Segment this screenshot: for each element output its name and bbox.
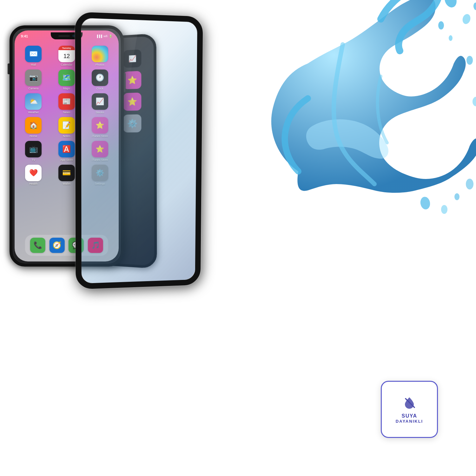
- app-label-health: Health: [29, 182, 37, 185]
- app-label-weather: Weather: [28, 111, 39, 114]
- badge-icon-wrapper: [401, 395, 417, 411]
- app-cell-tv[interactable]: 📺 TV: [18, 141, 49, 162]
- app-label-news: News: [63, 111, 70, 114]
- glass-protector: [75, 12, 203, 289]
- app-icon-notes: 📝: [58, 117, 75, 134]
- app-cell-weather[interactable]: ⛅ Weather: [18, 93, 49, 114]
- app-label-camera: Camera: [28, 87, 38, 90]
- app-label-wallet: Wallet: [63, 182, 71, 185]
- svg-point-15: [454, 193, 459, 200]
- glass-shine: [81, 18, 140, 283]
- app-icon-camera: 📷: [25, 69, 42, 86]
- app-label-home: Home: [30, 135, 37, 138]
- badge-text-line1: SUYA: [402, 413, 417, 419]
- svg-point-13: [420, 196, 431, 210]
- app-icon-home: 🏠: [25, 117, 42, 134]
- badge-text-wrapper: SUYA DAYANIKLI: [396, 413, 423, 424]
- svg-point-8: [438, 21, 444, 30]
- svg-point-6: [466, 56, 473, 65]
- svg-point-2: [473, 2, 476, 10]
- calendar-day: Tuesday: [62, 47, 71, 49]
- calendar-date: 12: [63, 53, 70, 60]
- badge-text-line2: DAYANIKLI: [396, 419, 423, 424]
- app-icon-maps: 🗺️: [58, 69, 75, 86]
- svg-point-10: [473, 97, 476, 106]
- app-icon-mail: ✉️: [25, 46, 42, 62]
- app-cell-camera[interactable]: 📷 Camera: [18, 69, 49, 90]
- dock-safari[interactable]: 🧭: [50, 238, 65, 253]
- svg-point-16: [466, 179, 473, 189]
- app-icon-calendar: Tuesday 12: [58, 46, 75, 62]
- status-time: 9:41: [21, 34, 28, 38]
- app-cell-health[interactable]: ❤️ Health: [18, 165, 49, 185]
- app-label-tv: TV: [32, 158, 36, 162]
- app-label-mail: Mail: [31, 63, 36, 66]
- drop-slash-icon: [402, 396, 416, 410]
- speaker: [58, 35, 70, 37]
- app-label-maps: Maps: [63, 87, 70, 90]
- app-icon-weather: ⛅: [25, 93, 42, 110]
- glass-inner: [81, 18, 197, 283]
- water-resistant-badge: SUYA DAYANIKLI: [381, 381, 438, 438]
- svg-point-7: [449, 35, 453, 41]
- glass-outer: [75, 12, 203, 289]
- svg-point-14: [441, 205, 447, 214]
- app-label-notes: Notes: [63, 135, 70, 138]
- app-label-appstore: App Store: [60, 158, 73, 162]
- svg-point-1: [461, 13, 471, 25]
- svg-point-0: [443, 0, 459, 9]
- app-icon-health: ❤️: [25, 165, 42, 181]
- front-camera: [72, 35, 75, 37]
- app-cell-home[interactable]: 🏠 Home: [18, 117, 49, 138]
- app-icon-tv: 📺: [25, 141, 42, 157]
- water-splash: [209, 0, 476, 267]
- app-icon-appstore: 🅰️: [58, 141, 75, 157]
- app-icon-wallet: 💳: [58, 165, 75, 181]
- dock-phone[interactable]: 📞: [30, 238, 45, 253]
- app-icon-news: 📰: [58, 93, 75, 110]
- app-cell-mail[interactable]: ✉️ Mail: [18, 46, 49, 66]
- app-label-calendar: Calendar: [61, 63, 73, 66]
